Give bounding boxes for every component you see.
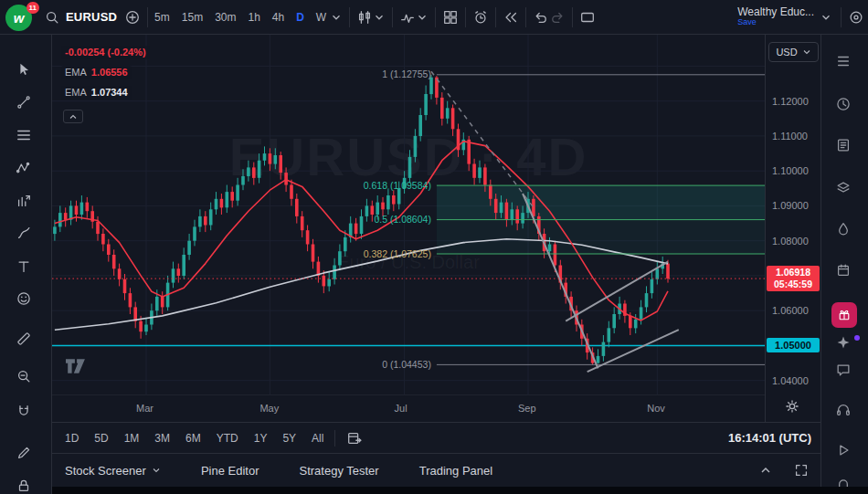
alert-clock-icon[interactable] [472,9,489,26]
last-price-badge: 1.06918 05:45:59 [767,266,820,291]
cursor-icon[interactable] [16,61,32,78]
magnet-icon[interactable] [16,403,32,419]
price-label-1.08000: 1.08000 [772,236,809,247]
divider [435,7,436,27]
utc-clock[interactable]: 16:14:01 (UTC) [728,431,811,445]
clock-icon[interactable] [835,96,852,112]
zoom-icon[interactable] [16,368,32,384]
tab-trading-panel[interactable]: Trading Panel [419,464,492,478]
timeframe-button-30m[interactable]: 30m [215,11,236,24]
month-label-Mar: Mar [136,403,153,414]
chart-area[interactable]: EURUSD · 4D Euro / U.S. Dollar 1 (1.1275… [52,35,765,422]
timeframe-button-5m[interactable]: 5m [154,11,170,24]
divider [525,7,526,27]
range-button-3M[interactable]: 3M [154,432,170,445]
range-button-1D[interactable]: 1D [65,432,79,445]
range-button-5D[interactable]: 5D [94,432,108,445]
price-axis[interactable]: USD 1.06918 05:45:59 1.05000 1.120001.11… [765,35,820,422]
trend-line-icon[interactable] [16,94,32,110]
chat-icon[interactable] [835,362,852,378]
divider [349,7,350,27]
support-headset-icon[interactable] [835,402,852,418]
account-menu[interactable]: Wealthy Educ... Save [737,6,834,26]
range-button-1Y[interactable]: 1Y [254,432,268,445]
chart-type-candles-icon[interactable] [356,9,373,26]
range-button-1M[interactable]: 1M [124,432,140,445]
ema-fast-value: 1.06556 [91,67,128,78]
save-button[interactable]: Save [737,18,757,26]
camera-icon[interactable] [848,9,864,26]
bottom-panel: Stock ScreenerPine EditorStrategy Tester… [52,453,820,487]
range-button-YTD[interactable]: YTD [217,432,238,445]
timeframe-button-1h[interactable]: 1h [248,11,259,24]
legend-collapse-button[interactable] [63,110,83,123]
undo-icon[interactable] [533,9,549,26]
horizontal-line-price-badge: 1.05000 [767,338,820,352]
notification-count-badge: 11 [26,2,39,14]
range-buttons: 1D5D1M3M6MYTD1Y5YAll [65,432,323,445]
tab-pine-editor[interactable]: Pine Editor [201,464,259,478]
promo-gift-icon[interactable] [831,302,857,328]
currency-selector[interactable]: USD [768,42,819,62]
ideas-droplet-icon[interactable] [835,221,852,237]
month-label-May: May [259,403,279,414]
range-button-5Y[interactable]: 5Y [282,432,296,445]
lock-icon[interactable] [16,478,32,494]
emoji-icon[interactable] [16,290,32,307]
range-button-6M[interactable]: 6M [185,432,201,445]
chevron-down-icon [820,11,832,24]
calendar-icon[interactable] [835,262,852,279]
tab-strategy-tester[interactable]: Strategy Tester [299,464,378,478]
text-tool-icon[interactable] [16,258,32,275]
time-axis[interactable]: MarMayJulSepNov [52,394,765,422]
panel-maximize-icon[interactable] [793,462,810,478]
fib-retracement-icon[interactable] [16,127,32,143]
watchlist-icon[interactable] [835,53,852,69]
tab-label: Pine Editor [201,464,259,478]
timeframe-button-W[interactable]: W [316,11,326,24]
range-button-All[interactable]: All [312,432,323,445]
chevron-down-icon[interactable] [373,11,386,24]
divider [465,7,466,27]
tradingview-logo[interactable] [59,356,92,380]
chevron-up-icon [68,112,79,121]
chevron-down-icon[interactable] [330,11,343,24]
gear-icon[interactable] [784,398,800,415]
brush-icon[interactable] [16,225,32,241]
timeframe-button-15m[interactable]: 15m [182,11,203,24]
pencil-edit-icon[interactable] [16,445,32,461]
plus-circle-icon[interactable] [124,9,141,26]
indicators-icon[interactable] [399,9,416,26]
layout-grid-icon[interactable] [442,9,459,26]
divider [147,7,148,27]
chevron-down-icon[interactable] [416,11,429,24]
bar-countdown: 05:45:59 [774,279,812,290]
go-to-date-icon[interactable] [346,430,363,447]
search-icon [44,9,60,26]
prediction-icon[interactable] [16,193,32,209]
timeframe-button-4h[interactable]: 4h [272,11,284,24]
layers-icon[interactable] [835,180,852,196]
notification-dot [854,335,860,341]
replay-back-icon[interactable] [503,9,519,26]
panel-expand-up-icon[interactable] [758,463,773,478]
top-toolbar: w 11 EURUSD 5m15m30m1h4hDW Wea [0,0,868,35]
candlestick-chart[interactable]: 1 (1.12755)0.618 (1.09584)0.5 (1.08604)0… [52,35,765,394]
tab-stock-screener[interactable]: Stock Screener [65,464,161,478]
snapshot-rect-icon[interactable] [579,9,596,26]
ema-label: EMA [65,67,87,78]
tab-label: Stock Screener [65,464,146,478]
ruler-icon[interactable] [16,331,32,347]
redo-icon[interactable] [549,9,566,26]
tradingview-app: w 11 EURUSD 5m15m30m1h4hDW Wea [0,0,868,494]
price-label-1.04000: 1.04000 [772,375,809,386]
tab-label: Trading Panel [419,464,492,478]
news-icon[interactable] [835,137,852,153]
timeframe-button-D[interactable]: D [296,11,304,24]
symbol-search[interactable]: EURUSD [44,9,117,26]
ai-sparkle-icon[interactable] [835,334,852,351]
svg-text:0.5 (1.08604): 0.5 (1.08604) [374,214,430,225]
xabcd-pattern-icon[interactable] [16,160,32,176]
broker-logo[interactable]: w 11 [5,3,37,32]
play-icon[interactable] [835,442,852,458]
